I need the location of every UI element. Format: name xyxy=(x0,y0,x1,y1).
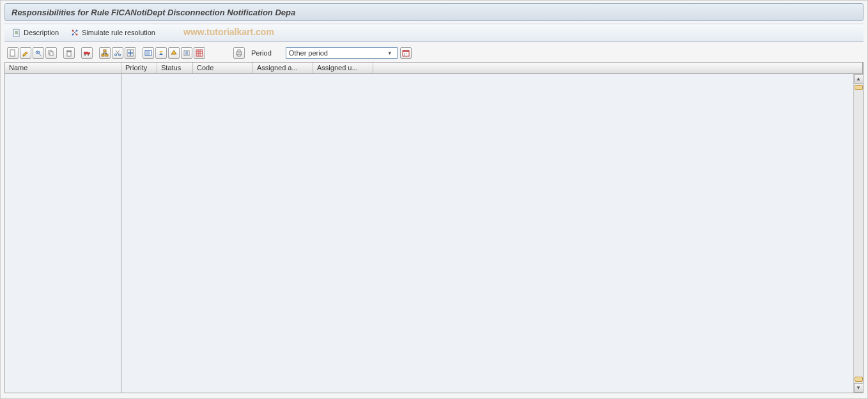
svg-rect-18 xyxy=(105,54,108,56)
grid-header: Name Priority Status Code Assigned a... … xyxy=(5,63,863,74)
icon-toolbar: Period Other period ▼ xyxy=(4,45,864,61)
svg-rect-22 xyxy=(145,50,151,56)
content-area: Period Other period ▼ Name Priority Stat… xyxy=(4,45,864,393)
main-toolbar: Description Simulate rule resolution www… xyxy=(4,24,864,41)
sort-button[interactable] xyxy=(155,47,167,59)
description-label: Description xyxy=(24,29,59,36)
svg-rect-10 xyxy=(67,52,71,56)
col-header-code[interactable]: Code xyxy=(193,63,253,73)
col-header-priority[interactable]: Priority xyxy=(121,63,157,73)
grid-body xyxy=(5,74,863,393)
title-bar: Responsibilities for Rule FICANotiDept D… xyxy=(4,3,864,21)
col-header-status[interactable]: Status xyxy=(157,63,193,73)
col-header-assigned-u[interactable]: Assigned u... xyxy=(313,63,373,73)
description-icon xyxy=(12,28,21,37)
grid-data-panel xyxy=(121,74,863,393)
scroll-down-icon[interactable]: ▼ xyxy=(854,383,864,393)
detail-button[interactable] xyxy=(181,47,192,59)
transport-button[interactable] xyxy=(81,47,93,59)
simulate-icon xyxy=(70,28,79,37)
svg-rect-11 xyxy=(66,50,72,52)
svg-rect-26 xyxy=(238,50,240,52)
hierarchy-button[interactable] xyxy=(99,47,111,59)
change-button[interactable] xyxy=(20,47,31,59)
copy-button[interactable] xyxy=(45,47,57,59)
scroll-thumb-top[interactable] xyxy=(855,85,863,90)
print-button[interactable] xyxy=(233,47,245,59)
data-grid: Name Priority Status Code Assigned a... … xyxy=(4,62,864,393)
vertical-scrollbar[interactable]: ▲ ▼ xyxy=(853,74,863,393)
svg-rect-16 xyxy=(104,50,106,52)
col-header-name[interactable]: Name xyxy=(5,63,121,73)
col-header-rest xyxy=(373,63,863,73)
col-header-assigned-a[interactable]: Assigned a... xyxy=(253,63,313,73)
svg-rect-29 xyxy=(403,50,409,52)
create-button[interactable] xyxy=(7,47,19,59)
period-value: Other period xyxy=(289,49,328,57)
period-label: Period xyxy=(251,49,272,57)
svg-point-15 xyxy=(88,54,89,56)
scroll-up-icon[interactable]: ▲ xyxy=(854,74,864,84)
watermark-text: www.tutorialkart.com xyxy=(183,27,274,37)
svg-rect-27 xyxy=(238,54,240,56)
filter-button[interactable] xyxy=(168,47,180,59)
expand-button[interactable] xyxy=(125,47,136,59)
grid-button[interactable] xyxy=(194,47,205,59)
simulate-button[interactable]: Simulate rule resolution xyxy=(68,27,158,38)
svg-rect-13 xyxy=(88,52,90,54)
chevron-down-icon: ▼ xyxy=(385,49,394,57)
svg-point-7 xyxy=(37,52,38,53)
description-button[interactable]: Description xyxy=(10,27,61,38)
cut-button[interactable] xyxy=(112,47,123,59)
svg-rect-9 xyxy=(50,52,53,56)
period-dropdown[interactable]: Other period ▼ xyxy=(286,47,398,59)
display-button[interactable] xyxy=(33,47,44,59)
svg-rect-5 xyxy=(10,50,15,56)
page-title: Responsibilities for Rule FICANotiDept D… xyxy=(12,8,295,17)
simulate-label: Simulate rule resolution xyxy=(82,29,155,36)
svg-rect-12 xyxy=(84,52,88,54)
scroll-thumb-bottom[interactable] xyxy=(855,377,863,382)
delete-button[interactable] xyxy=(63,47,75,59)
grid-tree-panel xyxy=(5,74,121,393)
calendar-button[interactable] xyxy=(400,47,412,59)
svg-point-14 xyxy=(84,54,86,56)
svg-rect-24 xyxy=(196,50,203,56)
columns-button[interactable] xyxy=(143,47,154,59)
app-window: Responsibilities for Rule FICANotiDept D… xyxy=(0,0,868,399)
svg-rect-17 xyxy=(102,54,104,56)
